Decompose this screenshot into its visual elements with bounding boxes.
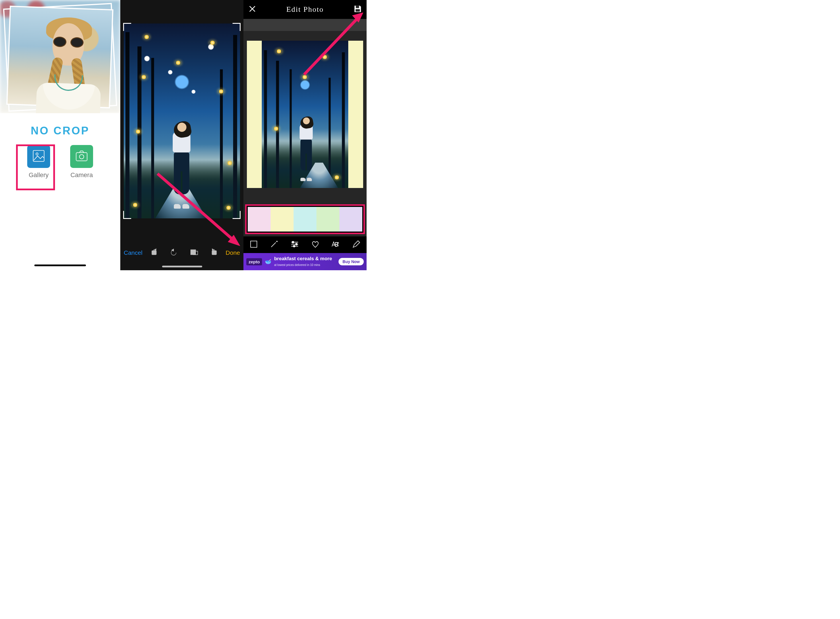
app-title: NO CROP (0, 125, 120, 137)
background-color-palette (245, 204, 365, 234)
svg-point-14 (295, 243, 297, 245)
ad-headline: breakfast cereals & more at lowest price… (274, 256, 332, 268)
tutorial-arrow-save (302, 11, 365, 77)
crop-handle-bl[interactable] (123, 211, 131, 219)
home-indicator (34, 265, 86, 266)
home-indicator (162, 266, 202, 268)
svg-point-3 (79, 154, 84, 159)
svg-rect-12 (251, 241, 257, 247)
cancel-button[interactable]: Cancel (124, 249, 142, 256)
edit-photo-screen: Edit Photo (243, 0, 367, 270)
svg-line-16 (304, 16, 359, 75)
nocrop-home-screen: NO CROP Gallery (0, 0, 120, 270)
crop-handle-tl[interactable] (123, 23, 131, 31)
svg-rect-4 (152, 251, 157, 255)
adjust-tool-icon[interactable] (290, 239, 299, 250)
ad-brand: zepto (246, 258, 262, 265)
swatch-pink[interactable] (248, 207, 271, 232)
close-button[interactable] (248, 4, 257, 14)
svg-rect-7 (212, 251, 216, 255)
swatch-purple[interactable] (339, 207, 362, 232)
close-icon (248, 4, 257, 13)
swatch-yellow[interactable] (271, 207, 294, 232)
camera-button[interactable]: Camera (70, 145, 93, 179)
svg-point-15 (293, 245, 295, 247)
tutorial-arrow-done (155, 171, 243, 251)
swatch-green[interactable] (316, 207, 339, 232)
svg-rect-10 (356, 6, 359, 8)
framed-photo (6, 6, 113, 108)
frame-tool-icon[interactable] (249, 239, 258, 250)
magic-tool-icon[interactable] (270, 239, 279, 250)
svg-line-8 (158, 173, 235, 241)
heart-tool-icon[interactable] (311, 239, 320, 250)
svg-point-13 (292, 241, 294, 243)
svg-rect-2 (76, 153, 87, 161)
draw-tool-icon[interactable] (352, 239, 361, 250)
crop-screen: Cancel Done (120, 0, 243, 270)
text-tool-icon[interactable] (331, 239, 340, 250)
camera-label: Camera (70, 171, 93, 179)
swatch-cyan[interactable] (294, 207, 316, 232)
bottom-tool-tabs (243, 236, 367, 253)
ad-cta-button[interactable]: Buy Now (339, 258, 364, 265)
hero-image (0, 0, 120, 113)
ad-banner[interactable]: zepto 🥣 breakfast cereals & more at lowe… (243, 253, 367, 270)
crop-handle-tr[interactable] (233, 23, 240, 31)
tutorial-highlight-gallery (16, 144, 55, 190)
camera-icon (75, 149, 88, 164)
